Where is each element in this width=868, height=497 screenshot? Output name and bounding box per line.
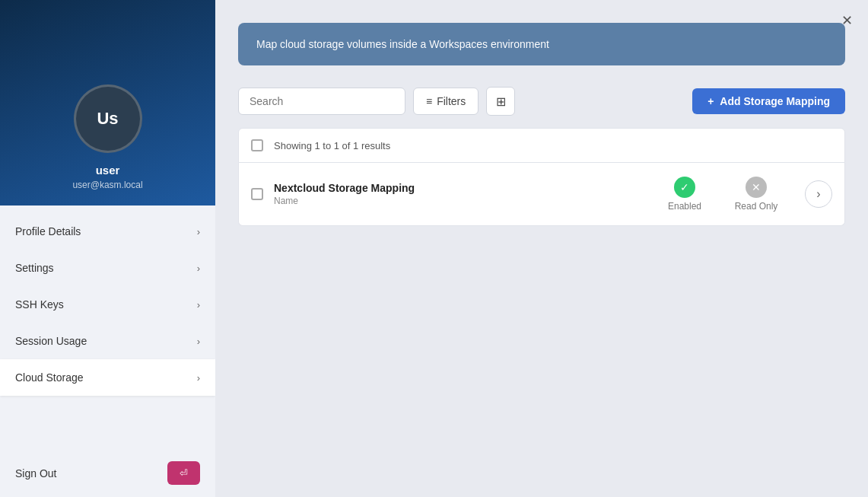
add-storage-mapping-button[interactable]: + Add Storage Mapping [692,88,845,114]
sidebar-item-session-usage[interactable]: Session Usage › [0,323,215,359]
chevron-right-icon: › [197,336,200,347]
results-summary: Showing 1 to 1 of 1 results [274,140,390,151]
storage-mapping-name: Nextcloud Storage Mapping [274,182,644,194]
user-name: user [96,164,120,177]
row-detail-button[interactable]: › [805,180,832,208]
user-email: user@kasm.local [72,180,142,190]
chevron-right-icon: › [197,226,200,237]
sidebar: Us user user@kasm.local Profile Details … [0,0,215,497]
sign-out-icon: ⏎ [180,467,188,479]
sidebar-item-cloud-storage[interactable]: Cloud Storage › [0,359,215,396]
row-checkbox[interactable] [251,188,263,200]
enabled-icon: ✓ [674,177,695,198]
row-name-cell: Nextcloud Storage Mapping Name [274,182,644,206]
main-content: ✕ Map cloud storage volumes inside a Wor… [215,0,868,497]
sidebar-footer: Sign Out ⏎ [0,449,215,497]
name-label: Name [274,196,644,206]
filter-icon: ≡ [426,95,432,107]
close-icon: ✕ [841,13,853,28]
results-header: Showing 1 to 1 of 1 results [238,128,845,163]
info-banner: Map cloud storage volumes inside a Works… [238,23,845,65]
chevron-right-icon: › [197,263,200,274]
sign-out-label: Sign Out [15,467,56,479]
select-all-checkbox[interactable] [251,139,263,151]
toolbar: ≡ Filters ⊞ + Add Storage Mapping [238,87,845,116]
sidebar-item-settings[interactable]: Settings › [0,250,215,286]
read-only-label: Read Only [735,201,778,212]
sidebar-header: Us user user@kasm.local [0,0,215,205]
sidebar-item-profile-details[interactable]: Profile Details › [0,213,215,250]
filters-button[interactable]: ≡ Filters [413,88,479,115]
grid-icon: ⊞ [496,94,506,109]
plus-icon: + [707,95,714,107]
read-only-status: ✕ Read Only [726,177,787,212]
search-input[interactable] [238,88,405,115]
sign-out-button[interactable]: ⏎ [167,461,200,485]
close-button[interactable]: ✕ [841,14,853,27]
sidebar-nav: Profile Details › Settings › SSH Keys › … [0,205,215,449]
chevron-right-icon: › [197,299,200,311]
table-row: Nextcloud Storage Mapping Name ✓ Enabled… [238,163,845,226]
chevron-right-icon: › [197,372,200,384]
read-only-icon: ✕ [746,177,767,198]
enabled-label: Enabled [668,201,701,212]
avatar: Us [74,84,142,153]
enabled-status: ✓ Enabled [654,177,715,212]
sidebar-item-ssh-keys[interactable]: SSH Keys › [0,286,215,323]
grid-view-button[interactable]: ⊞ [486,87,515,116]
chevron-right-icon: › [816,187,820,201]
